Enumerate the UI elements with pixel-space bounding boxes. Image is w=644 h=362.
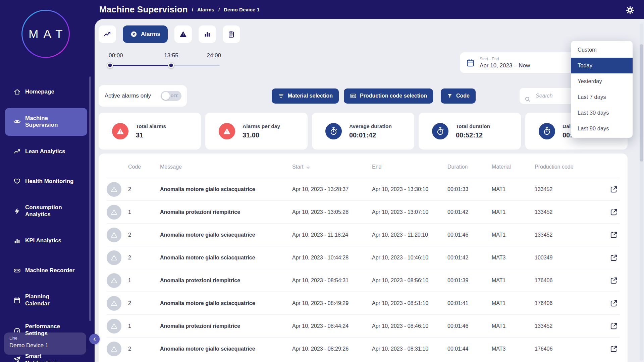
alarm-code-cell: 1	[128, 278, 160, 284]
open-alarm-detail-button[interactable]	[608, 320, 620, 332]
table-row: 2 Anomalia motore giallo sciacquatrice A…	[107, 292, 620, 314]
settings-gear-button[interactable]	[625, 5, 635, 15]
breadcrumb-alarms[interactable]: Alarms	[197, 7, 214, 12]
alarm-material-cell: MAT3	[492, 255, 535, 261]
col-production-code: Production code	[535, 164, 599, 170]
alarm-end-cell: Apr 10, 2023 - 11:20:10	[372, 232, 447, 238]
sidebar-item-homepage[interactable]: Homepage	[5, 78, 87, 106]
table-row: 1 Anomalia protezioni riempitrice Apr 10…	[107, 269, 620, 292]
material-selection-button[interactable]: Material selection	[272, 88, 339, 104]
alarm-state-icon	[107, 182, 121, 197]
slider-handle-start[interactable]	[107, 63, 113, 68]
stopwatch-icon	[325, 123, 342, 139]
active-alarms-only-label: Active alarms only	[105, 93, 151, 99]
open-alarm-detail-button[interactable]	[608, 252, 620, 263]
sidebar-nav: Homepage Machine Supervision Lean Analyt…	[0, 77, 95, 362]
home-icon	[13, 81, 21, 103]
alarm-production-code-cell: 176406	[535, 346, 599, 352]
date-preset-option[interactable]: Last 30 days	[571, 105, 633, 121]
alarm-circle-x-icon	[130, 31, 138, 38]
open-alarm-detail-button[interactable]	[608, 229, 620, 241]
tab-bar-chart[interactable]	[199, 25, 216, 43]
trend-icon	[13, 141, 21, 162]
open-alarm-detail-button[interactable]	[608, 298, 620, 309]
alarm-end-cell: Apr 10, 2023 - 08:51:10	[372, 300, 447, 306]
alarm-code-cell: 2	[128, 255, 160, 261]
date-range-picker[interactable]: Start - End Apr 10, 2023 – Now	[460, 52, 585, 73]
alarm-start-cell: Apr 10, 2023 - 13:05:28	[292, 209, 372, 215]
date-preset-option[interactable]: Yesterday	[571, 73, 633, 89]
slider-handle-end[interactable]	[168, 63, 174, 68]
open-alarm-detail-button[interactable]	[608, 184, 620, 195]
slider-track[interactable]	[110, 65, 220, 66]
open-alarm-detail-button[interactable]	[608, 343, 620, 355]
active-alarms-toggle[interactable]: OFF	[161, 91, 181, 101]
tab-report[interactable]	[223, 25, 240, 43]
recorder-icon	[13, 260, 21, 281]
page-scrollbar-thumb[interactable]	[640, 44, 643, 162]
code-filter-button[interactable]: Code	[441, 88, 476, 104]
breadcrumb-device[interactable]: Demo Device 1	[224, 7, 260, 12]
alert-triangle-icon	[219, 123, 235, 139]
alarm-material-cell: MAT1	[492, 300, 535, 306]
alarm-production-code-cell: 133452	[535, 209, 599, 215]
line-selector-card[interactable]: Line Demo Device 1	[4, 333, 86, 355]
heart-icon	[13, 171, 21, 192]
open-in-new-icon	[609, 299, 618, 308]
open-in-new-icon	[609, 253, 618, 262]
bar-chart-icon	[204, 31, 211, 38]
stat-value: 31.00	[243, 131, 280, 139]
alarm-code-cell: 2	[128, 186, 160, 192]
alarm-end-cell: Apr 10, 2023 - 08:56:10	[372, 278, 447, 284]
stat-card-alarms-per-day: Alarms per day 31.00	[205, 113, 308, 149]
date-preset-option[interactable]: Custom	[571, 42, 633, 58]
sidebar-collapse-button[interactable]	[89, 334, 100, 344]
open-alarm-detail-button[interactable]	[608, 206, 620, 218]
alarm-start-cell: Apr 10, 2023 - 10:44:28	[292, 255, 372, 261]
alarm-message-cell: Anomalia motore giallo sciacquatrice	[160, 300, 292, 306]
alarm-production-code-cell: 100349	[535, 255, 599, 261]
alarms-table: Code Message Start End Duration Material…	[99, 154, 628, 362]
stat-card-total-alarms: Total alarms 31	[99, 113, 201, 149]
stat-value: 00:52:12	[456, 131, 490, 139]
bolt-icon	[13, 200, 21, 222]
sidebar-item-lean-analytics[interactable]: Lean Analytics	[5, 138, 87, 166]
stopwatch-icon	[432, 123, 448, 139]
tab-alarms[interactable]: Alarms	[123, 25, 168, 43]
tab-alert-list[interactable]	[174, 25, 192, 43]
main-content: Alarms	[95, 19, 644, 362]
col-duration: Duration	[447, 164, 492, 170]
sidebar-item-health-monitoring[interactable]: Health Monitoring	[5, 167, 87, 195]
alarm-start-cell: Apr 10, 2023 - 08:49:29	[292, 300, 372, 306]
bar-chart-icon	[13, 230, 21, 251]
tab-trend-chart[interactable]	[99, 25, 116, 43]
table-row: 2 Anomalia motore giallo sciacquatrice A…	[107, 178, 620, 200]
sidebar-item-machine-recorder[interactable]: Machine Recorder	[5, 257, 87, 285]
open-alarm-detail-button[interactable]	[608, 275, 620, 286]
alarm-end-cell: Apr 10, 2023 - 13:07:10	[372, 209, 447, 215]
sidebar-item-machine-supervision[interactable]: Machine Supervision	[5, 108, 87, 136]
alarm-message-cell: Anomalia motore giallo sciacquatrice	[160, 232, 292, 238]
chevron-left-icon	[92, 336, 98, 342]
barcode-icon	[350, 93, 357, 99]
date-preset-option[interactable]: Last 90 days	[571, 121, 633, 136]
page-title: Machine Supervision	[99, 4, 188, 15]
slider-end-label: 24:00	[207, 52, 221, 59]
production-code-selection-button[interactable]: Production code selection	[344, 88, 433, 104]
alarm-production-code-cell: 133452	[535, 323, 599, 329]
sidebar-item-consumption-analytics[interactable]: Consumption Analytics	[5, 197, 87, 225]
top-bar: Machine Supervision / Alarms / Demo Devi…	[99, 0, 260, 19]
sidebar-item-kpi-analytics[interactable]: KPI Analytics	[5, 227, 87, 255]
sidebar-scrollbar[interactable]	[89, 76, 91, 321]
line-label: Line	[9, 336, 81, 341]
alarm-material-cell: MAT1	[492, 232, 535, 238]
alert-triangle-icon	[179, 30, 187, 38]
stat-value: 31	[136, 131, 166, 139]
col-start-sort[interactable]: Start	[292, 164, 372, 170]
alarm-start-cell: Apr 10, 2023 - 08:44:24	[292, 323, 372, 329]
sidebar-item-planning-calendar[interactable]: Planning Calendar	[5, 286, 87, 314]
date-preset-option[interactable]: Last 7 days	[571, 89, 633, 105]
brand-logo: MAT	[21, 10, 70, 58]
date-preset-option[interactable]: Today	[571, 58, 633, 73]
eye-icon	[13, 111, 21, 132]
